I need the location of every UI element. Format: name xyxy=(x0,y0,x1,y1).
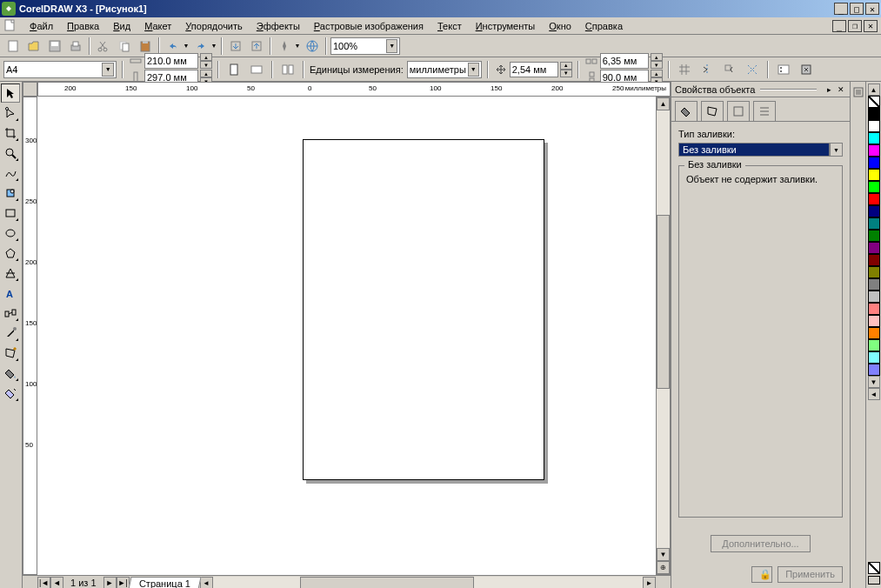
print-button[interactable] xyxy=(66,37,85,56)
color-swatch[interactable] xyxy=(868,364,880,376)
zoom-dropdown-button[interactable]: ▼ xyxy=(386,39,397,53)
app-launcher-button[interactable] xyxy=(275,37,294,56)
color-swatch[interactable] xyxy=(868,315,880,327)
import-button[interactable] xyxy=(226,37,245,56)
dup-x-input[interactable] xyxy=(600,53,649,69)
palette-up-button[interactable]: ▲ xyxy=(868,84,880,96)
close-button[interactable]: ✕ xyxy=(865,3,879,15)
color-swatch[interactable] xyxy=(868,291,880,303)
basic-shapes-tool[interactable] xyxy=(1,264,20,283)
pan-button[interactable]: ⊕ xyxy=(657,561,670,574)
scroll-right-button[interactable]: ► xyxy=(643,577,656,589)
zoom-combo[interactable]: ▼ xyxy=(330,37,400,55)
vertical-ruler[interactable]: 300 250 200 150 100 50 xyxy=(23,97,37,575)
interactive-blend-tool[interactable] xyxy=(1,304,20,323)
scroll-thumb-v[interactable] xyxy=(657,215,670,389)
scroll-down-button[interactable]: ▼ xyxy=(657,548,670,561)
scroll-up-button[interactable]: ▲ xyxy=(657,97,670,110)
color-swatch[interactable] xyxy=(868,339,880,351)
treat-as-filled-button[interactable] xyxy=(797,60,816,79)
prev-page-button[interactable]: ◄ xyxy=(50,577,63,589)
text-tool[interactable]: A xyxy=(1,284,20,303)
units-input[interactable] xyxy=(410,64,468,75)
nudge-down[interactable]: ▼ xyxy=(560,70,572,77)
menu-help[interactable]: Справка xyxy=(578,19,630,33)
scroll-thumb-h[interactable] xyxy=(300,577,474,589)
color-swatch[interactable] xyxy=(868,230,880,242)
outline-indicator[interactable] xyxy=(868,576,880,585)
eyedropper-tool[interactable] xyxy=(1,324,20,343)
color-swatch[interactable] xyxy=(868,120,880,132)
zoom-tool[interactable] xyxy=(1,144,20,163)
palette-down-button[interactable]: ▼ xyxy=(868,376,880,388)
scroll-left-button[interactable]: ◄ xyxy=(200,577,213,589)
zoom-input[interactable] xyxy=(333,41,386,51)
dup-x-down[interactable]: ▼ xyxy=(651,61,663,69)
nudge-up[interactable]: ▲ xyxy=(560,62,572,70)
color-swatch[interactable] xyxy=(868,108,880,120)
all-pages-button[interactable] xyxy=(278,60,297,79)
menu-arrange[interactable]: Упорядочить xyxy=(178,19,249,33)
snap-to-guidelines-button[interactable] xyxy=(697,60,717,79)
maximize-button[interactable]: □ xyxy=(850,3,864,15)
snap-to-objects-button[interactable] xyxy=(720,60,739,79)
landscape-button[interactable] xyxy=(247,60,266,79)
menu-edit[interactable]: Правка xyxy=(60,19,106,33)
color-swatch[interactable] xyxy=(868,278,880,291)
menu-bitmaps[interactable]: Растровые изображения xyxy=(307,19,430,33)
color-swatch[interactable] xyxy=(868,193,880,205)
first-page-button[interactable]: |◄ xyxy=(37,577,50,589)
vertical-scrollbar[interactable]: ▲ ▼ ⊕ xyxy=(656,97,671,575)
no-color-swatch[interactable] xyxy=(868,96,880,108)
next-page-button[interactable]: ► xyxy=(103,577,117,589)
nudge-input[interactable] xyxy=(510,62,558,77)
width-down[interactable]: ▼ xyxy=(200,61,212,69)
menu-layout[interactable]: Макет xyxy=(137,19,178,33)
docker-tab-handle[interactable] xyxy=(851,85,865,99)
horizontal-scrollbar[interactable]: ◄ ► xyxy=(200,577,656,589)
menu-text[interactable]: Текст xyxy=(430,19,469,33)
units-dropdown[interactable]: ▼ xyxy=(468,63,479,77)
save-button[interactable] xyxy=(45,37,64,56)
last-page-button[interactable]: ►| xyxy=(117,577,130,589)
fill-tab[interactable] xyxy=(675,101,697,122)
app-launcher-dropdown[interactable]: ▼ xyxy=(294,43,301,49)
portrait-button[interactable] xyxy=(224,60,244,79)
crop-tool[interactable] xyxy=(1,124,20,143)
mdi-minimize-button[interactable]: _ xyxy=(832,20,846,32)
color-swatch[interactable] xyxy=(868,132,880,144)
lock-button[interactable]: 🔒 xyxy=(751,566,772,583)
general-tab[interactable] xyxy=(727,101,750,122)
freehand-tool[interactable] xyxy=(1,164,20,183)
color-swatch[interactable] xyxy=(868,327,880,339)
interactive-fill-tool[interactable] xyxy=(1,384,20,403)
minimize-button[interactable]: _ xyxy=(834,3,848,15)
redo-dropdown[interactable]: ▼ xyxy=(210,43,217,49)
paper-size-dropdown[interactable]: ▼ xyxy=(102,63,114,77)
fill-type-select[interactable]: Без заливки ▼ xyxy=(678,143,843,157)
menu-tools[interactable]: Инструменты xyxy=(469,19,543,33)
dup-x-up[interactable]: ▲ xyxy=(651,53,663,61)
menu-view[interactable]: Вид xyxy=(106,19,137,33)
menu-file[interactable]: ФФайлайл xyxy=(23,19,60,33)
fill-indicator[interactable] xyxy=(868,562,880,574)
color-swatch[interactable] xyxy=(868,169,880,181)
color-swatch[interactable] xyxy=(868,157,880,169)
cut-button[interactable] xyxy=(94,37,113,56)
color-swatch[interactable] xyxy=(868,144,880,157)
open-button[interactable] xyxy=(24,37,43,56)
docker-collapse-button[interactable]: ▸ xyxy=(824,84,834,95)
options-button[interactable] xyxy=(774,60,793,79)
apply-button[interactable]: Применить xyxy=(778,566,843,583)
detail-tab[interactable] xyxy=(753,101,776,122)
dynamic-guides-button[interactable] xyxy=(743,60,762,79)
palette-flyout-button[interactable]: ◄ xyxy=(868,388,880,400)
dup-y-up[interactable]: ▲ xyxy=(651,70,663,77)
rectangle-tool[interactable] xyxy=(1,204,20,223)
docker-close-button[interactable]: ✕ xyxy=(836,84,846,95)
color-swatch[interactable] xyxy=(868,254,880,266)
smart-fill-tool[interactable] xyxy=(1,184,20,203)
undo-dropdown[interactable]: ▼ xyxy=(183,43,190,49)
color-swatch[interactable] xyxy=(868,205,880,217)
menu-window[interactable]: Окно xyxy=(542,19,578,33)
